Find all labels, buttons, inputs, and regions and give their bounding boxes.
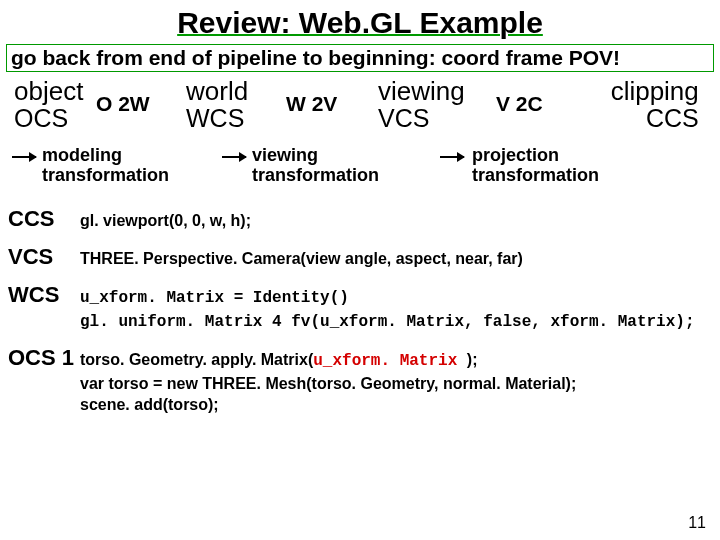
frame-clipping-small: CCS bbox=[606, 104, 699, 132]
frame-object: object OCS bbox=[14, 78, 83, 132]
code-line: u_xform. Matrix = Identity() bbox=[80, 289, 349, 307]
stage-tag: OCS 1 bbox=[8, 339, 80, 371]
frame-viewing-big: viewing bbox=[378, 78, 465, 105]
frame-viewing-small: VCS bbox=[378, 104, 429, 132]
frame-viewing: viewing VCS bbox=[378, 78, 465, 132]
code-text: ); bbox=[467, 351, 478, 368]
label-w2v: W 2V bbox=[286, 92, 337, 116]
code-line: var torso = new THREE. Mesh(torso. Geome… bbox=[80, 375, 576, 392]
page-title: Review: Web.GL Example bbox=[0, 0, 720, 44]
frame-object-big: object bbox=[14, 78, 83, 105]
code-line: scene. add(torso); bbox=[80, 396, 219, 413]
label-v2c: V 2C bbox=[496, 92, 543, 116]
page-number: 11 bbox=[688, 514, 706, 532]
code-text: torso. Geometry. apply. Matrix( bbox=[80, 351, 313, 368]
frame-world-big: world bbox=[186, 78, 248, 105]
stage-body: gl. viewport(0, 0, w, h); bbox=[80, 200, 251, 232]
arrow-icon bbox=[222, 156, 246, 158]
stage-tag: VCS bbox=[8, 238, 80, 270]
arrow-icon bbox=[440, 156, 464, 158]
stage-ocs1: OCS 1 torso. Geometry. apply. Matrix(u_x… bbox=[8, 339, 712, 416]
code-line: gl. uniform. Matrix 4 fv(u_xform. Matrix… bbox=[80, 313, 695, 331]
frame-clipping-big: clipping bbox=[606, 78, 699, 105]
pipeline-diagram: object OCS O 2W world WCS W 2V viewing V… bbox=[6, 78, 714, 198]
frame-clipping: clipping CCS bbox=[606, 78, 699, 132]
frame-world: world WCS bbox=[186, 78, 248, 132]
frame-world-small: WCS bbox=[186, 104, 244, 132]
xform-modeling: modeling transformation bbox=[42, 146, 169, 186]
frame-object-small: OCS bbox=[14, 104, 68, 132]
stage-wcs: WCS u_xform. Matrix = Identity() gl. uni… bbox=[8, 276, 712, 333]
stage-body: u_xform. Matrix = Identity() gl. uniform… bbox=[80, 276, 695, 333]
stage-body: torso. Geometry. apply. Matrix(u_xform. … bbox=[80, 339, 576, 416]
stage-tag: WCS bbox=[8, 276, 80, 308]
stage-ccs: CCS gl. viewport(0, 0, w, h); bbox=[8, 200, 712, 232]
xform-viewing: viewing transformation bbox=[252, 146, 379, 186]
code-highlight: u_xform. Matrix bbox=[313, 352, 467, 370]
label-o2w: O 2W bbox=[96, 92, 150, 116]
subtitle: go back from end of pipeline to beginnin… bbox=[6, 44, 714, 72]
xform-projection: projection transformation bbox=[472, 146, 599, 186]
arrow-icon bbox=[12, 156, 36, 158]
stages-list: CCS gl. viewport(0, 0, w, h); VCS THREE.… bbox=[0, 200, 720, 416]
stage-vcs: VCS THREE. Perspective. Camera(view angl… bbox=[8, 238, 712, 270]
stage-tag: CCS bbox=[8, 200, 80, 232]
stage-body: THREE. Perspective. Camera(view angle, a… bbox=[80, 238, 523, 270]
